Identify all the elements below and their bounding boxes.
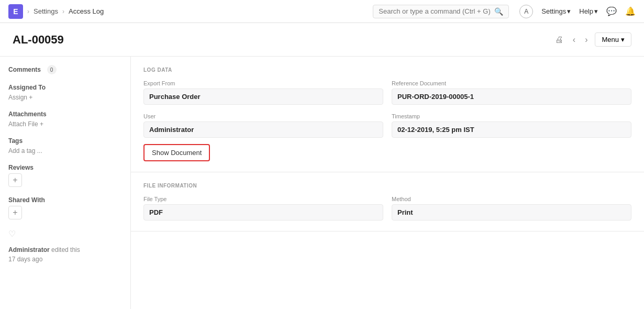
file-info-grid: File Type PDF Method Print	[143, 196, 631, 220]
method-field: Method Print	[392, 196, 631, 220]
assigned-to-label: Assigned To	[8, 84, 122, 91]
reference-doc-value: PUR-ORD-2019-00005-1	[392, 89, 631, 105]
attachments-label: Attachments	[8, 111, 122, 118]
sidebar-shared-section: Shared With +	[8, 196, 122, 219]
header-actions: 🖨 ‹ › Menu ▾	[553, 32, 631, 47]
user-field: User Administrator	[143, 113, 383, 138]
file-info-section: FILE INFORMATION File Type PDF Method Pr…	[131, 172, 644, 231]
search-icon: 🔍	[494, 7, 503, 16]
export-from-label: Export From	[143, 80, 383, 86]
audit-text: Administrator edited this 17 days ago	[8, 245, 122, 264]
breadcrumb-chevron-2: ›	[62, 8, 64, 15]
search-input[interactable]	[379, 7, 491, 15]
help-menu[interactable]: Help ▾	[579, 7, 598, 15]
attach-action[interactable]: Attach File +	[8, 120, 43, 128]
shared-add-button[interactable]: +	[8, 206, 22, 219]
file-type-value: PDF	[143, 204, 383, 220]
file-type-label: File Type	[143, 196, 383, 202]
search-bar[interactable]: 🔍	[373, 5, 509, 18]
breadcrumb-settings[interactable]: Settings	[34, 7, 58, 15]
reviews-label: Reviews	[8, 164, 122, 171]
audit-user: Administrator	[8, 246, 50, 253]
reviews-add-button[interactable]: +	[8, 173, 22, 187]
app-icon: E	[8, 4, 23, 19]
user-value: Administrator	[143, 122, 383, 138]
sidebar: Comments 0 Assigned To Assign + Attachme…	[0, 57, 131, 309]
assign-action[interactable]: Assign +	[8, 94, 32, 101]
export-from-value: Purchase Order	[143, 89, 383, 105]
prev-icon[interactable]: ‹	[571, 34, 578, 46]
sidebar-reviews-section: Reviews +	[8, 164, 122, 187]
top-nav: E › Settings › Access Log 🔍 A Settings ▾…	[0, 0, 644, 23]
sidebar-tags-section: Tags Add a tag ...	[8, 137, 122, 154]
audit-time: 17 days ago	[8, 256, 42, 263]
export-from-field: Export From Purchase Order	[143, 80, 383, 105]
reference-doc-field: Reference Document PUR-ORD-2019-00005-1	[392, 80, 631, 105]
notification-icon[interactable]: 🔔	[625, 6, 636, 16]
comments-count: 0	[47, 65, 57, 74]
timestamp-field: Timestamp 02-12-2019, 5:25 pm IST	[392, 113, 631, 138]
reference-doc-label: Reference Document	[392, 80, 631, 86]
chat-icon[interactable]: 💬	[606, 6, 617, 16]
show-document-button[interactable]: Show Document	[143, 144, 210, 161]
file-info-title: FILE INFORMATION	[143, 183, 631, 189]
user-avatar[interactable]: A	[519, 5, 533, 18]
print-icon[interactable]: 🖨	[553, 34, 565, 46]
log-data-title: LOG DATA	[143, 67, 631, 73]
tags-label: Tags	[8, 137, 122, 145]
user-label: User	[143, 113, 383, 119]
page-header: AL-00059 🖨 ‹ › Menu ▾	[0, 23, 644, 57]
page-title: AL-00059	[13, 33, 64, 47]
next-icon[interactable]: ›	[583, 34, 590, 46]
breadcrumb-access-log[interactable]: Access Log	[69, 7, 104, 15]
sidebar-comments-section: Comments 0	[8, 65, 122, 74]
sidebar-attachments-section: Attachments Attach File +	[8, 111, 122, 128]
nav-right: A Settings ▾ Help ▾ 💬 🔔	[519, 5, 636, 18]
log-data-section: LOG DATA Export From Purchase Order Refe…	[131, 57, 644, 172]
log-data-grid: Export From Purchase Order Reference Doc…	[143, 80, 631, 138]
timestamp-label: Timestamp	[392, 113, 631, 119]
shared-with-label: Shared With	[8, 196, 122, 204]
settings-menu[interactable]: Settings ▾	[541, 7, 571, 15]
audit-action: edited this	[51, 246, 80, 253]
comments-label: Comments	[8, 66, 41, 73]
heart-icon: ♡	[8, 229, 122, 239]
timestamp-value: 02-12-2019, 5:25 pm IST	[392, 122, 631, 138]
method-value: Print	[392, 204, 631, 220]
file-type-field: File Type PDF	[143, 196, 383, 220]
method-label: Method	[392, 196, 631, 202]
menu-button[interactable]: Menu ▾	[595, 32, 631, 47]
sidebar-assigned-section: Assigned To Assign +	[8, 84, 122, 101]
tags-action[interactable]: Add a tag ...	[8, 147, 42, 154]
main-layout: Comments 0 Assigned To Assign + Attachme…	[0, 57, 644, 309]
content-area: LOG DATA Export From Purchase Order Refe…	[131, 57, 644, 309]
breadcrumb-chevron-1: ›	[27, 8, 29, 15]
